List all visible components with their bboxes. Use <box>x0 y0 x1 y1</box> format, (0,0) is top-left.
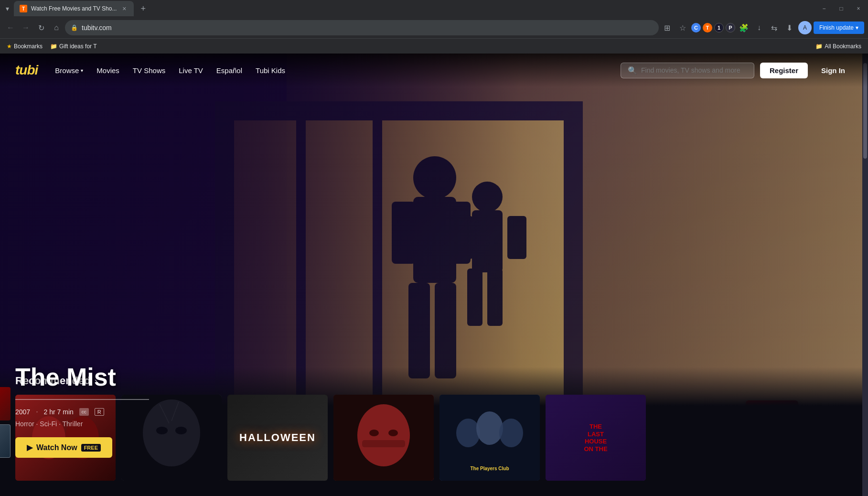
carousel-left <box>0 387 11 458</box>
movie-card-last-house[interactable]: THELASTHOUSEON THE <box>546 395 646 481</box>
minimize-button[interactable]: − <box>818 3 830 14</box>
live-tv-label: Live TV <box>179 66 203 75</box>
register-label: Register <box>770 66 798 75</box>
title-bar: ▾ T Watch Free Movies and TV Sho... × + … <box>0 0 868 17</box>
save-icon[interactable]: ↓ <box>752 21 766 34</box>
search-input[interactable] <box>641 66 747 74</box>
finish-update-button[interactable]: Finish update ▾ <box>814 22 864 34</box>
cast-icon[interactable]: ⊞ <box>661 21 674 34</box>
tubi-kids-link[interactable]: Tubi Kids <box>250 63 291 78</box>
live-tv-link[interactable]: Live TV <box>173 63 209 78</box>
carousel-thumb-empire[interactable] <box>0 387 11 421</box>
hero-rating-badge: R <box>95 408 104 416</box>
movie-card-4[interactable] <box>333 395 434 481</box>
search-icon: 🔍 <box>628 66 637 75</box>
bookmarks-folder[interactable]: ★ Bookmarks <box>4 42 45 51</box>
address-bar-row: ← → ↻ ⌂ 🔒 tubitv.com ⊞ ☆ C T 1 P 🧩 ↓ ⇆ ⬇… <box>0 17 868 38</box>
extension-icon-1[interactable]: C <box>691 23 701 32</box>
lock-icon: 🔒 <box>71 24 78 31</box>
browse-label: Browse <box>55 66 79 75</box>
browser-chrome: ▾ T Watch Free Movies and TV Sho... × + … <box>0 0 868 54</box>
movie-card-halloween[interactable]: HALLOWEEN <box>227 395 328 481</box>
profile-avatar[interactable]: A <box>798 21 812 34</box>
hero-meta: 2007 · 2 hr 7 min CC R <box>15 408 149 416</box>
finish-update-label: Finish update <box>819 24 854 31</box>
sign-in-button[interactable]: Sign In <box>814 63 853 78</box>
toolbar-right: ⊞ ☆ C T 1 P 🧩 ↓ ⇆ ⬇ A Finish update ▾ <box>661 21 864 34</box>
watch-now-button[interactable]: ▶ Watch Now FREE <box>15 437 112 458</box>
free-badge: FREE <box>81 444 101 452</box>
tubi-nav-links: Browse ▾ Movies TV Shows Live TV Español… <box>49 63 621 78</box>
cc-icon: CC <box>79 408 89 416</box>
home-button[interactable]: ⌂ <box>50 21 63 34</box>
new-tab-button[interactable]: + <box>137 2 150 16</box>
espanol-label: Español <box>216 66 242 75</box>
all-bookmarks-folder-icon: 📁 <box>815 43 823 50</box>
tv-shows-link[interactable]: TV Shows <box>127 63 171 78</box>
meta-separator-1: · <box>36 408 38 416</box>
hero-divider <box>15 399 149 400</box>
extension-icon-4[interactable]: P <box>726 23 735 32</box>
espanol-link[interactable]: Español <box>211 63 248 78</box>
refresh-button[interactable]: ↻ <box>34 21 48 34</box>
carousel-thumb-mist[interactable] <box>0 424 11 458</box>
bookmarks-bar: ★ Bookmarks 📁 Gift ideas for T 📁 All Boo… <box>0 38 868 54</box>
svg-point-39 <box>456 419 480 447</box>
register-button[interactable]: Register <box>760 63 808 78</box>
bookmark-star-icon: ★ <box>7 43 12 50</box>
folder-icon: 📁 <box>50 43 57 50</box>
window-controls: − □ × <box>818 3 864 14</box>
svg-point-26 <box>143 399 200 466</box>
close-button[interactable]: × <box>853 3 864 14</box>
extensions-puzzle-icon[interactable]: 🧩 <box>737 21 750 34</box>
tv-shows-label: TV Shows <box>133 66 165 75</box>
forward-button[interactable]: → <box>19 21 32 34</box>
url-text: tubitv.com <box>82 24 653 32</box>
gift-ideas-bookmark[interactable]: 📁 Gift ideas for T <box>47 42 99 51</box>
tab-title: Watch Free Movies and TV Sho... <box>31 5 117 12</box>
gift-ideas-label: Gift ideas for T <box>59 43 96 50</box>
scrollbar[interactable] <box>862 54 868 496</box>
maximize-button[interactable]: □ <box>836 3 847 14</box>
bookmarks-label: Bookmarks <box>14 43 43 50</box>
tubi-nav: tubi Browse ▾ Movies TV Shows Live TV Es… <box>0 54 868 87</box>
tubi-kids-label: Tubi Kids <box>256 66 285 75</box>
tubi-logo[interactable]: tubi <box>15 63 38 78</box>
bookmark-star-icon[interactable]: ☆ <box>676 21 689 34</box>
movies-link[interactable]: Movies <box>91 63 125 78</box>
watch-now-label: Watch Now <box>36 443 77 452</box>
svg-point-35 <box>369 430 379 436</box>
address-bar[interactable]: 🔒 tubitv.com <box>65 20 659 35</box>
tab-dropdown[interactable]: ▾ <box>4 3 11 14</box>
hero-content: The Mist 2007 · 2 hr 7 min CC R Horror ·… <box>15 363 149 458</box>
all-bookmarks-label: All Bookmarks <box>825 43 861 50</box>
tab-close-button[interactable]: × <box>120 5 128 12</box>
all-bookmarks-button[interactable]: 📁 All Bookmarks <box>813 42 864 51</box>
hero-duration: 2 hr 7 min <box>44 408 74 416</box>
movie-card-4-art <box>333 395 434 481</box>
extension-icon-3[interactable]: 1 <box>714 23 724 32</box>
svg-point-34 <box>357 404 410 466</box>
extension-icon-2[interactable]: T <box>703 23 712 32</box>
cc-label: CC <box>82 410 86 414</box>
title-bar-left: ▾ T Watch Free Movies and TV Sho... × + <box>4 1 150 16</box>
browse-link[interactable]: Browse ▾ <box>49 63 89 78</box>
hero-year: 2007 <box>15 408 30 416</box>
download-icon[interactable]: ⬇ <box>783 21 796 34</box>
search-bar[interactable]: 🔍 <box>621 63 754 78</box>
svg-point-28 <box>175 427 187 434</box>
hero-genres: Horror · Sci-Fi · Thriller <box>15 420 149 428</box>
svg-point-27 <box>156 427 168 434</box>
finish-update-dropdown-icon: ▾ <box>856 24 858 31</box>
svg-point-41 <box>499 419 523 447</box>
browse-dropdown-icon: ▾ <box>81 68 83 73</box>
players-club-label: The Players Club <box>470 466 509 471</box>
last-house-label: THELASTHOUSEON THE <box>584 423 607 453</box>
back-button[interactable]: ← <box>4 21 17 34</box>
sync-icon[interactable]: ⇆ <box>768 21 781 34</box>
tubi-nav-right: 🔍 Register Sign In <box>621 63 853 78</box>
movie-card-players-club[interactable]: The Players Club <box>439 395 540 481</box>
browser-tab[interactable]: T Watch Free Movies and TV Sho... × <box>14 1 134 16</box>
svg-rect-37 <box>362 440 405 447</box>
movies-label: Movies <box>96 66 119 75</box>
